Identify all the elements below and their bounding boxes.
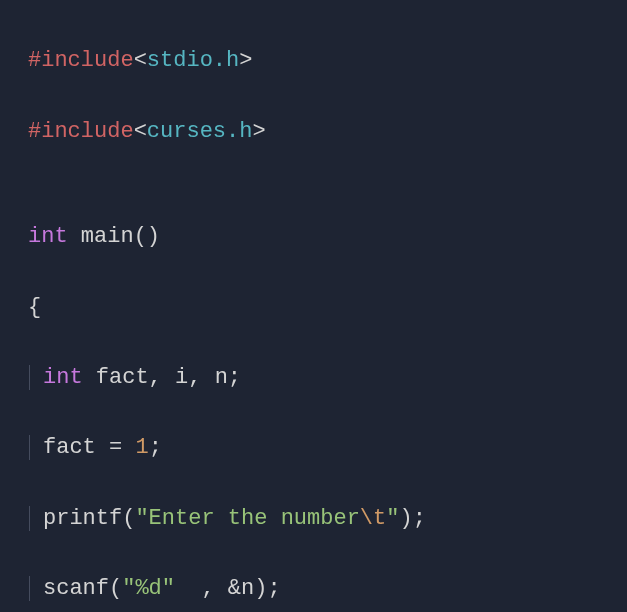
parentheses: (): [134, 224, 160, 249]
angle-bracket: >: [252, 119, 265, 144]
code-line: #include<curses.h>: [28, 114, 599, 149]
call-end: );: [399, 506, 425, 531]
function-call: scanf(: [43, 576, 122, 601]
code-line: printf("Enter the number\t");: [28, 501, 599, 536]
code-line: fact = 1;: [28, 430, 599, 465]
escape-sequence: \t: [360, 506, 386, 531]
number-literal: 1: [135, 435, 148, 460]
code-line: scanf("%d" , &n);: [28, 571, 599, 606]
function-call: printf(: [43, 506, 135, 531]
angle-bracket: >: [239, 48, 252, 73]
preprocessor-directive: #include: [28, 48, 134, 73]
assignment: fact =: [43, 435, 135, 460]
code-line: #include<stdio.h>: [28, 43, 599, 78]
preprocessor-directive: #include: [28, 119, 134, 144]
declaration: fact, i, n;: [83, 365, 241, 390]
string-literal: "Enter the number: [135, 506, 359, 531]
angle-bracket: <: [134, 119, 147, 144]
angle-bracket: <: [134, 48, 147, 73]
code-block: #include<stdio.h> #include<curses.h> int…: [28, 8, 599, 612]
type-keyword: int: [28, 224, 68, 249]
code-line: int main(): [28, 219, 599, 254]
args: , &n);: [175, 576, 281, 601]
string-literal: "%d": [122, 576, 175, 601]
header-name: curses.h: [147, 119, 253, 144]
function-name: main: [81, 224, 134, 249]
code-line: {: [28, 290, 599, 325]
space: [68, 224, 81, 249]
code-line: int fact, i, n;: [28, 360, 599, 395]
brace-open: {: [28, 295, 41, 320]
type-keyword: int: [43, 365, 83, 390]
header-name: stdio.h: [147, 48, 239, 73]
string-literal: ": [386, 506, 399, 531]
semicolon: ;: [149, 435, 162, 460]
